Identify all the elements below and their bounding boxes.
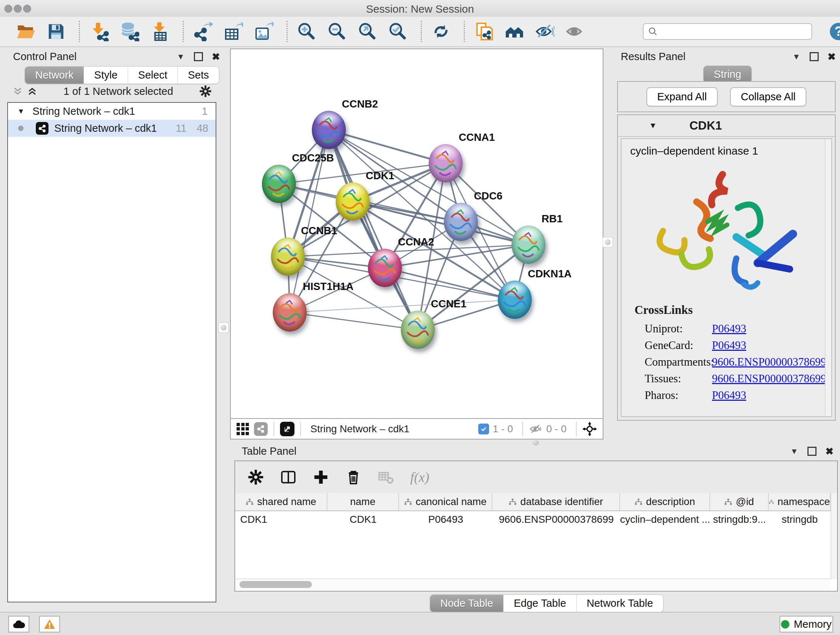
column-header--id[interactable]: @id [710, 493, 769, 510]
collapse-all-button[interactable]: Collapse All [730, 87, 807, 106]
network-share-icon[interactable] [254, 422, 268, 436]
import-network-database-icon[interactable] [120, 22, 139, 41]
export-table-icon[interactable] [224, 22, 243, 41]
show-hide-icon[interactable] [535, 22, 554, 41]
table-horizontal-scrollbar[interactable] [236, 578, 831, 590]
network-node-ccna1[interactable] [429, 144, 463, 182]
crosslink-link[interactable]: P06493 [712, 322, 746, 335]
tab-node-table[interactable]: Node Table [430, 595, 503, 612]
search-input[interactable] [658, 26, 812, 38]
show-columns-icon[interactable] [280, 469, 297, 486]
network-node-rb1[interactable] [512, 226, 546, 264]
results-panel-close-icon[interactable]: ✖ [827, 51, 836, 63]
control-panel-close-icon[interactable]: ✖ [212, 51, 220, 63]
network-node-cdc25b[interactable] [262, 165, 296, 203]
export-image-icon[interactable] [254, 22, 273, 41]
right-splitter-handle[interactable] [603, 237, 613, 247]
table-row[interactable]: CDK1CDK1P064939606.ENSP00000378699cyclin… [235, 511, 831, 528]
column-header-canonical-name[interactable]: canonical name [399, 493, 493, 510]
warnings-button[interactable] [39, 616, 60, 632]
tab-network-table[interactable]: Network Table [576, 595, 663, 612]
open-in-browser-icon[interactable] [280, 422, 294, 436]
crosslink-link[interactable]: 9606.ENSP00000378699 [712, 372, 826, 385]
crosslink-link[interactable]: P06493 [712, 339, 746, 352]
network-canvas[interactable]: CCNB2 CCNA1 CDC25B CDK1 CDC6 RB1 CCNB1 C… [231, 49, 603, 418]
tab-string[interactable]: String [704, 66, 752, 83]
crosslink-link[interactable]: P06493 [712, 389, 746, 402]
network-node-ccna2[interactable] [368, 249, 402, 287]
function-builder-icon[interactable]: f(x) [410, 469, 429, 485]
column-header-name[interactable]: name [327, 493, 399, 510]
delete-column-icon[interactable] [345, 469, 362, 486]
duplicate-network-icon[interactable] [474, 22, 494, 41]
table-panel-menu-icon[interactable]: ▼ [790, 447, 798, 456]
tab-style[interactable]: Style [84, 67, 127, 84]
network-node-hist1h1a[interactable] [273, 293, 307, 332]
create-column-icon[interactable] [313, 469, 329, 486]
network-node-cdkn1a[interactable] [498, 280, 532, 319]
open-session-icon[interactable] [16, 22, 35, 41]
column-header-description[interactable]: description [620, 493, 710, 510]
node-structure-thumbnail [368, 249, 402, 287]
crosslink-row: Compartments:9606.ENSP00000378699 [622, 354, 831, 371]
table-vertical-scrollbar[interactable] [831, 493, 837, 579]
network-node-ccnb2[interactable] [312, 111, 346, 149]
left-splitter-handle[interactable] [218, 323, 229, 333]
network-node-ccnb1[interactable] [271, 238, 305, 276]
network-collection-row[interactable]: ▼ String Network – cdk1 1 [8, 103, 216, 120]
network-current-dot [18, 126, 24, 131]
cloud-status-button[interactable] [8, 616, 29, 632]
crosslink-link[interactable]: 9606.ENSP00000378699 [712, 356, 826, 369]
column-header-namespace[interactable]: namespace [769, 493, 831, 510]
collapse-all-icon[interactable] [12, 86, 23, 97]
results-panel-float-icon[interactable] [810, 52, 819, 61]
delete-table-icon[interactable] [378, 469, 394, 486]
network-node-cdk1[interactable] [336, 182, 370, 221]
column-header-database-identifier[interactable]: database identifier [493, 493, 620, 510]
import-table-file-icon[interactable] [150, 22, 170, 41]
node-collapse-icon[interactable]: ▼ [649, 121, 657, 130]
network-label: String Network – cdk1 [54, 122, 157, 134]
table-panel-float-icon[interactable] [807, 447, 816, 456]
tab-edge-table[interactable]: Edge Table [503, 595, 576, 612]
memory-button[interactable]: Memory [780, 616, 833, 632]
collection-expand-icon[interactable]: ▼ [17, 107, 25, 116]
results-scrollbar[interactable] [825, 139, 831, 416]
birds-eye-view-icon[interactable] [237, 423, 249, 435]
zoom-out-icon[interactable] [327, 22, 347, 41]
tab-sets[interactable]: Sets [177, 67, 219, 84]
network-node-ccne1[interactable] [401, 310, 435, 349]
selected-nodes-checkbox[interactable] [478, 424, 489, 434]
save-session-icon[interactable] [46, 22, 66, 41]
network-options-gear-icon[interactable] [199, 85, 212, 98]
hidden-elements-eye-icon[interactable] [529, 424, 543, 434]
toolbar-separator [79, 21, 80, 42]
zoom-selected-icon[interactable] [388, 22, 408, 41]
column-header-shared-name[interactable]: shared name [235, 493, 327, 510]
export-network-icon[interactable] [193, 22, 213, 41]
table-panel-close-icon[interactable]: ✖ [825, 446, 834, 457]
network-row[interactable]: String Network – cdk1 11 48 [8, 120, 216, 137]
column-header-label: namespace [777, 496, 830, 508]
eye-icon[interactable] [565, 22, 585, 41]
control-panel-float-icon[interactable] [194, 52, 203, 61]
help-icon[interactable]: ? [829, 22, 840, 41]
pan-crosshair-icon[interactable] [583, 422, 597, 436]
network-edge[interactable] [329, 130, 418, 330]
crosslink-label: Uniprot: [645, 322, 712, 335]
control-panel-menu-icon[interactable]: ▼ [177, 52, 185, 62]
tab-select[interactable]: Select [128, 67, 178, 84]
network-edge[interactable] [290, 312, 418, 330]
expand-all-button[interactable]: Expand All [646, 87, 718, 106]
zoom-in-icon[interactable] [297, 22, 317, 41]
refresh-icon[interactable] [431, 22, 451, 41]
network-node-cdc6[interactable] [444, 203, 478, 241]
table-options-gear-icon[interactable] [248, 469, 264, 486]
expand-all-icon[interactable] [27, 86, 38, 97]
results-panel-menu-icon[interactable]: ▼ [793, 52, 801, 62]
tab-network[interactable]: Network [25, 67, 84, 84]
main-toolbar: ? [0, 17, 840, 47]
zoom-fit-icon[interactable] [358, 22, 377, 41]
import-network-file-icon[interactable] [89, 22, 109, 41]
first-neighbors-icon[interactable] [505, 22, 524, 41]
